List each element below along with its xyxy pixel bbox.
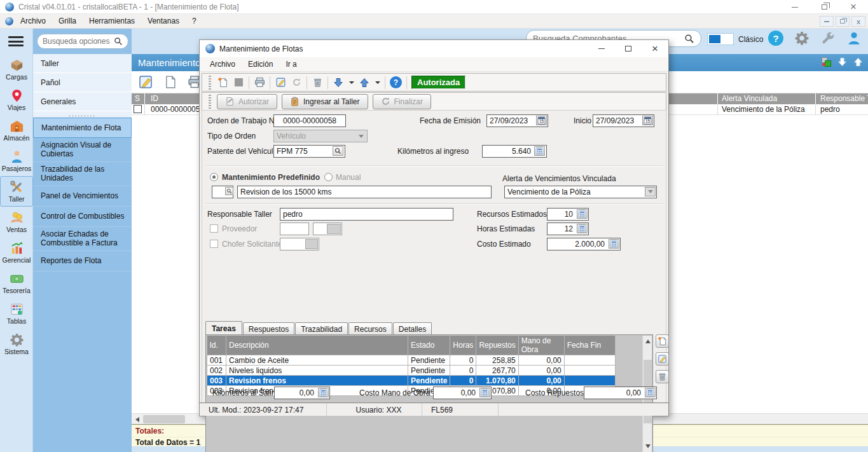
nav-item-reportes-flota[interactable]: Reportes de Flota <box>33 251 132 271</box>
new-record-button[interactable] <box>217 77 228 88</box>
dialog-menu-ir-a[interactable]: Ir a <box>279 58 303 70</box>
col-fecha-fin[interactable]: Fecha Fin <box>564 336 615 355</box>
tab-respuestos[interactable]: Respuestos <box>243 322 294 336</box>
row-checkbox[interactable] <box>134 105 142 113</box>
column-header-s[interactable]: S <box>135 94 140 103</box>
rail-item-almacen[interactable]: Almacén <box>0 115 33 146</box>
theme-toggle[interactable] <box>707 33 734 45</box>
delete-task-button[interactable] <box>656 370 669 383</box>
stop-button[interactable] <box>233 77 244 88</box>
rail-item-cargas[interactable]: Cargas <box>0 54 33 85</box>
delete-button[interactable] <box>312 77 323 88</box>
scroll-down-button[interactable] <box>837 57 847 67</box>
minimize-button[interactable] <box>780 0 809 14</box>
dialog-help-button[interactable]: ? <box>390 76 402 88</box>
nav-item-panel-vencimientos[interactable]: Panel de Vencimientos <box>33 186 132 207</box>
nav-item-trazabilidad[interactable]: Trazabilidad de las Unidades <box>33 162 132 186</box>
rail-item-pasajeros[interactable]: Pasajeros <box>0 146 33 176</box>
nav-item-control-combustibles[interactable]: Control de Combustibles <box>33 207 132 227</box>
options-search-input[interactable] <box>43 37 111 46</box>
layers-icon-button[interactable] <box>822 57 831 67</box>
column-header-alerta[interactable]: Alerta Vinculada <box>722 94 777 103</box>
col-id[interactable]: Id. <box>207 336 226 355</box>
dialog-maximize-button[interactable] <box>615 40 642 57</box>
patente-search-button[interactable] <box>333 146 343 156</box>
km-ingreso-calc-button[interactable] <box>534 146 545 156</box>
options-search-box[interactable] <box>37 34 128 49</box>
nav-group-taller[interactable]: Taller <box>33 54 132 73</box>
rail-item-ventas[interactable]: Ventas <box>0 207 33 237</box>
col-repuestos[interactable]: Repuestos <box>476 336 518 355</box>
menu-item-herramientas[interactable]: Herramientas <box>83 15 141 27</box>
nav-group-generales[interactable]: Generales <box>33 92 132 111</box>
tools-wrench-button[interactable] <box>820 31 836 46</box>
edit-button[interactable] <box>138 74 153 90</box>
costo-mano-calc-button[interactable] <box>479 388 490 397</box>
mdi-minimize-button[interactable] <box>820 16 834 27</box>
edit-task-button[interactable] <box>656 352 669 366</box>
menu-item-ventanas[interactable]: Ventanas <box>142 15 185 27</box>
mdi-close-button[interactable]: x <box>851 16 865 27</box>
close-button[interactable]: × <box>839 0 868 14</box>
mdi-restore-button[interactable] <box>836 16 850 27</box>
navigate-down-caret[interactable] <box>349 81 354 84</box>
rail-item-tesoreria[interactable]: Tesorería <box>0 268 33 298</box>
scroll-left-arrow[interactable] <box>133 415 142 423</box>
ingresar-al-taller-button[interactable]: Ingresar al Taller <box>282 94 368 109</box>
inicio-calendar-button[interactable] <box>642 116 653 125</box>
km-salir-calc-button[interactable] <box>318 388 329 397</box>
scroll-up-button[interactable] <box>853 57 863 67</box>
rail-item-sistema[interactable]: Sistema <box>0 329 33 359</box>
menu-item-help[interactable]: ? <box>186 15 202 27</box>
rail-item-viajes[interactable]: Viajes <box>0 85 33 115</box>
scrollbar-thumb[interactable] <box>143 415 185 423</box>
navigate-up-button[interactable] <box>359 77 370 88</box>
costo-repuestos-calc-button[interactable] <box>645 388 656 397</box>
costo-calc-button[interactable] <box>609 239 619 249</box>
scroll-up-arrow[interactable] <box>644 337 652 346</box>
scroll-down-arrow[interactable] <box>644 442 652 451</box>
user-profile-button[interactable] <box>846 31 862 46</box>
dialog-menu-edicion[interactable]: Edición <box>242 58 279 70</box>
alerta-vencimientos-dropdown[interactable]: Vencimiento de la Póliza <box>504 186 657 198</box>
col-horas[interactable]: Horas <box>450 336 476 355</box>
task-row-selected[interactable]: 003Revision frenosPendiente01.070,800,00 <box>207 376 616 386</box>
print-button[interactable] <box>254 77 265 88</box>
new-document-button[interactable] <box>163 75 177 89</box>
nav-item-mantenimiento-de-flota[interactable]: Mantenimiento de Flota <box>33 118 132 138</box>
mantenimiento-descripcion-field[interactable]: Revision de los 15000 kms <box>237 186 492 198</box>
dialog-close-button[interactable]: × <box>642 40 668 57</box>
orden-trabajo-field[interactable]: 0000-00000058 <box>273 114 346 127</box>
tab-detalles[interactable]: Detalles <box>393 322 432 336</box>
fecha-emision-calendar-button[interactable] <box>536 116 547 125</box>
dialog-menu-archivo[interactable]: Archivo <box>203 58 242 70</box>
tab-recursos[interactable]: Recursos <box>348 322 392 336</box>
col-estado[interactable]: Estado <box>408 336 450 355</box>
radio-mantenimiento-predefinido[interactable] <box>210 173 218 181</box>
navigate-up-caret[interactable] <box>375 81 380 84</box>
navigate-down-button[interactable] <box>333 77 344 88</box>
rail-item-taller[interactable]: Taller <box>0 176 33 207</box>
mantenimiento-search-button[interactable] <box>225 187 233 195</box>
radio-manual[interactable] <box>324 173 333 181</box>
col-mano-obra[interactable]: Mano de Obra <box>518 336 564 355</box>
nav-item-asignacion-visual[interactable]: Asignación Visual de Cubiertas <box>33 138 132 162</box>
rail-item-gerencial[interactable]: Gerencial <box>0 237 33 268</box>
tab-tareas[interactable]: Tareas <box>205 321 242 336</box>
column-header-responsable[interactable]: Responsable Taller <box>820 94 868 103</box>
nav-group-panol[interactable]: Pañol <box>33 73 132 92</box>
edit-button[interactable] <box>275 77 286 88</box>
column-header-id[interactable]: ID <box>151 94 158 103</box>
hamburger-menu-button[interactable] <box>8 36 24 46</box>
task-row[interactable]: 002Niveles liquidosPendiente0267,700,00 <box>207 366 616 376</box>
restore-button[interactable] <box>809 0 839 14</box>
help-button[interactable]: ? <box>768 31 783 46</box>
rail-item-tablas[interactable]: Tablas <box>0 298 33 329</box>
tab-trazabilidad[interactable]: Trazabilidad <box>295 322 348 336</box>
settings-gear-button[interactable] <box>794 31 809 46</box>
dialog-minimize-button[interactable] <box>588 40 615 57</box>
add-task-button[interactable] <box>656 334 669 348</box>
menu-item-grilla[interactable]: Grilla <box>53 15 82 27</box>
col-descripcion[interactable]: Descripción <box>226 336 408 355</box>
horas-calc-button[interactable] <box>577 224 588 233</box>
